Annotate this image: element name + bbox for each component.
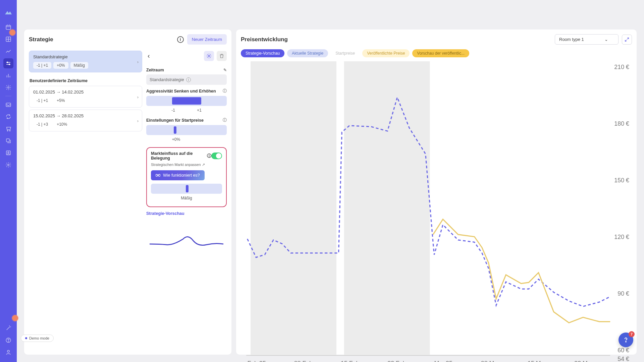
strategy-card-period[interactable]: 01.02.2025 → 14.02.2025 -1 | +1 +5% ›: [29, 86, 142, 108]
svg-point-10: [9, 64, 10, 65]
chart-legend: Strategie-Vorschau Aktuelle Strategie St…: [241, 49, 632, 57]
nav-wand-icon[interactable]: [3, 323, 13, 333]
svg-point-20: [8, 152, 9, 153]
svg-text:22 Feb: 22 Feb: [387, 360, 406, 362]
back-button[interactable]: ‹: [146, 51, 151, 61]
info-icon[interactable]: ⓘ: [223, 88, 227, 94]
legend-pub-preview[interactable]: Vorschau der veröffentlic...: [412, 49, 469, 57]
legend-current[interactable]: Aktuelle Strategie: [287, 49, 328, 57]
info-icon[interactable]: ⓘ: [207, 153, 211, 159]
chevron-right-icon: ›: [137, 94, 139, 99]
nav-user-icon[interactable]: [3, 148, 13, 158]
svg-point-26: [8, 341, 8, 342]
nav-cart-icon[interactable]: [3, 124, 13, 134]
svg-line-23: [9, 325, 10, 326]
app-logo: [4, 5, 12, 20]
nav-settings2-icon[interactable]: [3, 160, 13, 170]
aggr-chip: -1 | +1: [33, 97, 51, 104]
svg-text:Mrz 25: Mrz 25: [434, 360, 452, 362]
svg-point-9: [7, 62, 8, 63]
svg-point-16: [7, 130, 8, 131]
strategy-card-period[interactable]: 15.02.2025 → 28.02.2025 -1 | +3 +10% ›: [29, 110, 142, 131]
aggr-slider[interactable]: [146, 96, 227, 106]
market-level: Mäßig: [151, 196, 222, 200]
market-sublink[interactable]: Strategischen Markt anpassen ↗: [151, 163, 222, 167]
price-trend-panel: Preisentwicklung Room type 1 ⌄ Strategie…: [236, 29, 637, 355]
svg-line-33: [625, 40, 627, 41]
svg-rect-34: [251, 61, 336, 355]
svg-text:08 Mrz: 08 Mrz: [481, 360, 499, 362]
nav-help-icon[interactable]: [3, 335, 13, 345]
page-title: Strategie: [29, 36, 53, 43]
svg-point-21: [8, 164, 9, 166]
legend-preview[interactable]: Strategie-Vorschau: [241, 49, 284, 57]
card-title: Standardstrategie: [33, 54, 138, 59]
market-label: Markteinfluss auf die Belegung: [151, 151, 205, 161]
edit-icon[interactable]: ✎: [223, 68, 227, 72]
nav-layers-icon[interactable]: [3, 136, 13, 146]
nav-settings-icon[interactable]: [3, 82, 13, 93]
period-value: Standardstrategie: [150, 77, 184, 82]
nav-reports-icon[interactable]: [3, 70, 13, 80]
chevron-right-icon: ›: [137, 118, 139, 123]
svg-rect-18: [6, 139, 9, 142]
svg-text:22 Mrz: 22 Mrz: [574, 360, 592, 362]
trash-icon[interactable]: [217, 51, 227, 61]
room-type-value: Room type 1: [559, 37, 584, 42]
help-fab-button[interactable]: 7: [619, 333, 633, 347]
price-chart: 210 € 180 € 150 € 120 € 90 € 60 € 54 € F…: [241, 61, 632, 362]
svg-rect-0: [6, 25, 11, 29]
link-icon: [156, 174, 160, 177]
main-content: Strategie i Neuer Zeitraum Standardstrat…: [17, 0, 644, 362]
svg-text:150 €: 150 €: [614, 177, 629, 184]
nav-profile-icon[interactable]: [3, 347, 13, 357]
svg-text:Feb 25: Feb 25: [247, 360, 266, 362]
custom-periods-label: Benutzerdefinierte Zeiträume: [30, 78, 142, 83]
period-label: Zeitraum: [146, 68, 164, 72]
svg-point-14: [8, 87, 9, 88]
info-icon[interactable]: ⓘ: [223, 117, 227, 123]
gear-icon[interactable]: [204, 51, 214, 61]
nav-strategy-icon[interactable]: [3, 58, 13, 68]
preview-label: Strategie-Vorschau: [146, 211, 227, 216]
strategy-card-standard[interactable]: Standardstrategie -1 | +1 +0% Mäßig ›: [29, 51, 142, 72]
svg-point-28: [208, 55, 210, 57]
svg-text:90 €: 90 €: [618, 290, 629, 297]
aggr-chip: -1 | +3: [33, 121, 51, 128]
room-type-select[interactable]: Room type 1 ⌄: [555, 34, 619, 45]
svg-point-27: [7, 350, 9, 352]
start-slider[interactable]: [146, 125, 227, 135]
aggr-high: +1: [197, 108, 202, 113]
svg-text:120 €: 120 €: [614, 234, 629, 240]
svg-text:54 €: 54 €: [618, 356, 629, 362]
market-toggle[interactable]: [211, 153, 222, 159]
pct-chip: +5%: [53, 97, 68, 104]
new-period-button[interactable]: Neuer Zeitraum: [187, 34, 227, 45]
info-icon[interactable]: i: [186, 77, 191, 82]
start-label: Einstellungen für Startpreise: [146, 118, 204, 123]
legend-start[interactable]: Startpreise: [331, 49, 360, 57]
expand-button[interactable]: [622, 35, 632, 45]
market-slider[interactable]: [151, 184, 222, 194]
start-pct: +0%: [146, 137, 227, 142]
sidebar: [0, 0, 17, 362]
strategies-list: Standardstrategie -1 | +1 +0% Mäßig › Be…: [29, 51, 142, 350]
svg-text:15 Mrz: 15 Mrz: [528, 360, 546, 362]
nav-inbox-icon[interactable]: [3, 100, 13, 110]
chevron-right-icon: ›: [137, 59, 139, 64]
how-it-works-button[interactable]: Wie funktioniert es?: [151, 170, 205, 180]
svg-line-32: [627, 38, 629, 39]
pct-chip: +10%: [53, 121, 70, 128]
help-icon: [622, 336, 630, 344]
svg-point-17: [9, 130, 10, 131]
level-chip: Mäßig: [70, 62, 88, 69]
info-icon[interactable]: i: [177, 36, 184, 43]
aggr-chip: -1 | +1: [33, 62, 51, 69]
aggr-low: -1: [171, 108, 175, 113]
nav-analytics-icon[interactable]: [3, 46, 13, 56]
svg-line-24: [10, 327, 11, 327]
how-btn-label: Wie funktioniert es?: [163, 173, 200, 178]
svg-line-22: [7, 326, 10, 330]
legend-published[interactable]: Veröffentlichte Preise: [362, 49, 410, 57]
nav-sync-icon[interactable]: [3, 112, 13, 122]
